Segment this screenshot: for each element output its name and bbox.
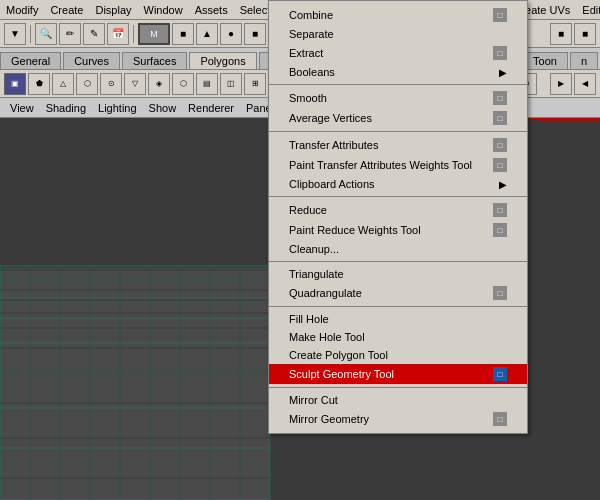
menu-clipboard[interactable]: Clipboard Actions ▶ [269, 175, 527, 193]
menubar-assets[interactable]: Assets [189, 2, 234, 18]
sep-1 [269, 84, 527, 85]
toolbar-btn-10[interactable]: ■ [244, 23, 266, 45]
menu-extract[interactable]: Extract □ [269, 43, 527, 63]
menubar-window[interactable]: Window [138, 2, 189, 18]
menu-separate[interactable]: Separate [269, 25, 527, 43]
toolbar-btn-right-2[interactable]: ■ [574, 23, 596, 45]
toolbar-sep-2 [133, 25, 134, 43]
hotkey-icon-sculpt: □ [493, 367, 507, 381]
hotkey-icon-extract: □ [493, 46, 507, 60]
sep-4 [269, 261, 527, 262]
menu-average-vertices[interactable]: Average Vertices □ [269, 108, 527, 128]
tab-surfaces[interactable]: Surfaces [122, 52, 187, 69]
sep-3 [269, 196, 527, 197]
toolbar-btn-4[interactable]: ✎ [83, 23, 105, 45]
toolbar-btn-right-1[interactable]: ■ [550, 23, 572, 45]
menu-booleans[interactable]: Booleans ▶ [269, 63, 527, 81]
shelf-btn-8[interactable]: ⬡ [172, 73, 194, 95]
shelf-btn-right-2[interactable]: ◀ [574, 73, 596, 95]
menu-paint-transfer[interactable]: Paint Transfer Attributes Weights Tool □ [269, 155, 527, 175]
menubar-display[interactable]: Display [89, 2, 137, 18]
hotkey-icon-painttransfer: □ [493, 158, 507, 172]
toolbar-sep-1 [30, 25, 31, 43]
viewmenu-shading[interactable]: Shading [40, 100, 92, 116]
sep-2 [269, 131, 527, 132]
shelf-btn-11[interactable]: ⊞ [244, 73, 266, 95]
hotkey-icon-transfer: □ [493, 138, 507, 152]
shelf-btn-9[interactable]: ▤ [196, 73, 218, 95]
menu-reduce[interactable]: Reduce □ [269, 200, 527, 220]
menubar-create[interactable]: Create [44, 2, 89, 18]
menu-paint-reduce[interactable]: Paint Reduce Weights Tool □ [269, 220, 527, 240]
sep-5 [269, 306, 527, 307]
menu-combine[interactable]: Combine □ [269, 5, 527, 25]
viewmenu-show[interactable]: Show [143, 100, 183, 116]
menu-mirror-geometry[interactable]: Mirror Geometry □ [269, 409, 527, 429]
menubar-edituvs[interactable]: Edit UVs [576, 2, 600, 18]
hotkey-icon-combine: □ [493, 8, 507, 22]
tab-n[interactable]: n [570, 52, 598, 69]
hotkey-icon-avgvert: □ [493, 111, 507, 125]
menu-fill-hole[interactable]: Fill Hole [269, 310, 527, 328]
shelf-btn-4[interactable]: ⬡ [76, 73, 98, 95]
dropdown-menu: Combine □ Separate Extract □ Booleans ▶ … [268, 0, 528, 434]
submenu-arrow-booleans: ▶ [499, 67, 507, 78]
tab-polygons[interactable]: Polygons [189, 52, 256, 69]
hotkey-icon-mirrorgeom: □ [493, 412, 507, 426]
menu-triangulate[interactable]: Triangulate [269, 265, 527, 283]
viewmenu-lighting[interactable]: Lighting [92, 100, 143, 116]
hotkey-icon-paintreduce: □ [493, 223, 507, 237]
sep-6 [269, 387, 527, 388]
toolbar-btn-7[interactable]: ■ [172, 23, 194, 45]
shelf-btn-1[interactable]: ▣ [4, 73, 26, 95]
toolbar-btn-6[interactable]: M [138, 23, 170, 45]
shelf-btn-10[interactable]: ◫ [220, 73, 242, 95]
shelf-btn-6[interactable]: ▽ [124, 73, 146, 95]
toolbar-btn-5[interactable]: 📅 [107, 23, 129, 45]
tab-toon[interactable]: Toon [522, 52, 568, 69]
svg-rect-1 [0, 268, 270, 500]
shelf-btn-3[interactable]: △ [52, 73, 74, 95]
viewmenu-view[interactable]: View [4, 100, 40, 116]
toolbar-btn-3[interactable]: ✏ [59, 23, 81, 45]
shelf-btn-7[interactable]: ◈ [148, 73, 170, 95]
menu-cleanup[interactable]: Cleanup... [269, 240, 527, 258]
tab-general[interactable]: General [0, 52, 61, 69]
hotkey-icon-quad: □ [493, 286, 507, 300]
submenu-arrow-clipboard: ▶ [499, 179, 507, 190]
menu-sculpt-geometry[interactable]: Sculpt Geometry Tool □ [269, 364, 527, 384]
hotkey-icon-smooth: □ [493, 91, 507, 105]
shelf-btn-5[interactable]: ⊙ [100, 73, 122, 95]
toolbar-btn-9[interactable]: ● [220, 23, 242, 45]
tab-curves[interactable]: Curves [63, 52, 120, 69]
shelf-btn-right-1[interactable]: ▶ [550, 73, 572, 95]
toolbar-btn-2[interactable]: 🔍 [35, 23, 57, 45]
toolbar-btn-1[interactable]: ▼ [4, 23, 26, 45]
menu-create-polygon[interactable]: Create Polygon Tool [269, 346, 527, 364]
hotkey-icon-reduce: □ [493, 203, 507, 217]
menu-transfer-attrs[interactable]: Transfer Attributes □ [269, 135, 527, 155]
menu-make-hole[interactable]: Make Hole Tool [269, 328, 527, 346]
menu-mirror-cut[interactable]: Mirror Cut [269, 391, 527, 409]
menubar-modify[interactable]: Modify [0, 2, 44, 18]
menu-smooth[interactable]: Smooth □ [269, 88, 527, 108]
menu-quadrangulate[interactable]: Quadrangulate □ [269, 283, 527, 303]
toolbar-btn-8[interactable]: ▲ [196, 23, 218, 45]
shelf-btn-2[interactable]: ⬟ [28, 73, 50, 95]
viewmenu-renderer[interactable]: Renderer [182, 100, 240, 116]
